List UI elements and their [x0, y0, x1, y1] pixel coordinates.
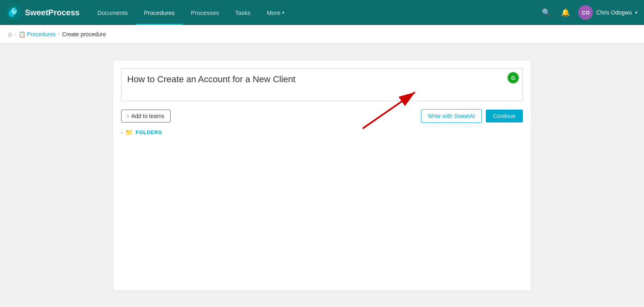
user-chevron-icon: ▾ [635, 10, 638, 15]
user-name: Chris Odogwu [596, 9, 632, 16]
nav-documents[interactable]: Documents [89, 0, 136, 25]
nav-links: Documents Procedures Processes Tasks Mor… [89, 0, 540, 25]
breadcrumb: ⌂ › 📋 Procedures › Create procedure [0, 25, 644, 44]
svg-point-2 [11, 8, 17, 15]
nav-procedures[interactable]: Procedures [136, 0, 183, 25]
procedure-title-input[interactable] [121, 68, 523, 101]
brand-logo-link[interactable]: SweetProcess [6, 5, 80, 20]
add-teams-label: Add to teams [131, 113, 165, 119]
title-input-wrapper: G [121, 68, 523, 103]
breadcrumb-sep-2: › [58, 31, 60, 37]
folder-icon: 📋 [19, 31, 25, 37]
folders-label: FOLDERS [136, 129, 162, 135]
create-procedure-form: G › Add to teams Write with SweetAI Cont… [113, 60, 531, 291]
nav-processes[interactable]: Processes [183, 0, 227, 25]
breadcrumb-procedures-label: Procedures [27, 31, 56, 37]
folders-folder-icon: 📁 [125, 129, 133, 136]
folders-chevron-icon: › [121, 130, 123, 135]
user-menu[interactable]: CO Chris Odogwu ▾ [578, 5, 638, 20]
breadcrumb-procedures-link[interactable]: 📋 Procedures [19, 31, 56, 37]
continue-label: Continue [493, 113, 516, 119]
breadcrumb-sep-1: › [14, 31, 16, 37]
toolbar-right: Write with SweetAI Continue [421, 109, 523, 123]
search-icon: 🔍 [542, 8, 551, 17]
bell-icon: 🔔 [561, 8, 570, 17]
folders-row[interactable]: › 📁 FOLDERS [121, 129, 523, 136]
continue-button[interactable]: Continue [486, 110, 523, 122]
nav-tasks[interactable]: Tasks [227, 0, 258, 25]
chevron-right-icon: › [127, 113, 129, 119]
add-to-teams-button[interactable]: › Add to teams [121, 110, 171, 122]
grammarly-icon: G [508, 72, 519, 83]
write-sweetai-button[interactable]: Write with SweetAI [421, 109, 482, 123]
navbar: SweetProcess Documents Procedures Proces… [0, 0, 644, 25]
write-sweetai-label: Write with SweetAI [428, 113, 475, 119]
search-button[interactable]: 🔍 [540, 6, 553, 19]
toolbar-left: › Add to teams [121, 110, 171, 122]
navbar-right: 🔍 🔔 CO Chris Odogwu ▾ [540, 5, 638, 20]
breadcrumb-home[interactable]: ⌂ [8, 31, 12, 38]
more-chevron-icon: ▾ [282, 10, 285, 15]
user-avatar: CO [578, 5, 593, 20]
svg-point-3 [14, 8, 16, 11]
toolbar-row: › Add to teams Write with SweetAI Contin… [121, 109, 523, 123]
brand-name: SweetProcess [25, 8, 80, 17]
main-content: G › Add to teams Write with SweetAI Cont… [0, 44, 644, 307]
notifications-button[interactable]: 🔔 [559, 6, 572, 19]
breadcrumb-current: Create procedure [62, 31, 106, 37]
nav-more[interactable]: More ▾ [259, 0, 293, 25]
sweetprocess-logo [6, 5, 22, 20]
